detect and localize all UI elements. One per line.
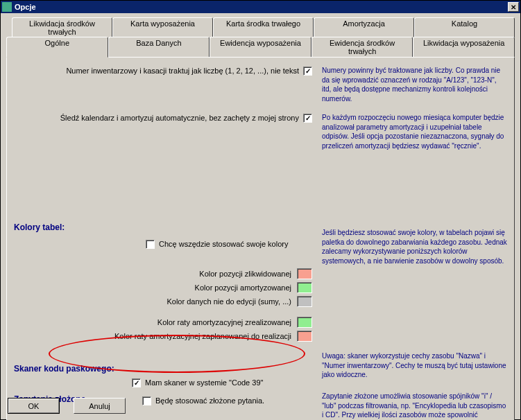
c1-swatch[interactable] xyxy=(297,268,312,279)
opt-kalendarz-checkbox[interactable] xyxy=(303,114,312,123)
tab-ogolne[interactable]: Ogólne xyxy=(6,37,108,58)
close-button[interactable]: ✕ xyxy=(508,2,519,12)
c2-swatch[interactable] xyxy=(297,282,312,293)
opt-numer-label: Numer inwentarzowy i kasacji traktuj jak… xyxy=(14,66,303,75)
tab-katalog[interactable]: Katalog xyxy=(414,17,515,37)
window-title: Opcje xyxy=(15,3,508,11)
cancel-button[interactable]: Anuluj xyxy=(74,398,126,414)
c3-label: Kolor danych nie do edycji (sumy, ...) xyxy=(166,297,297,306)
tab-karta-srodka[interactable]: Karta środka trwałego xyxy=(213,17,314,37)
section-skaner-title: Skaner kodu paskowego: xyxy=(14,364,312,374)
tab-baza-danych[interactable]: Baza Danych xyxy=(108,37,210,57)
opt-kalendarz-help: Po każdym rozpoczęciu nowego miesiąca ko… xyxy=(312,113,507,150)
tab-content: Numer inwentarzowy i kasacji traktuj jak… xyxy=(6,57,515,420)
c2-label: Kolor pozycji amortyzowanej xyxy=(195,283,297,292)
titlebar: Opcje ✕ xyxy=(1,1,520,13)
scanner-checkbox[interactable] xyxy=(132,378,141,387)
own-colors-label: Chcę wszędzie stosować swoje kolory xyxy=(159,240,288,248)
c4-label: Kolor raty amortyzacyjnej zrealizowanej xyxy=(157,318,297,326)
app-icon xyxy=(2,2,12,12)
tab-likwidacja-srodkow[interactable]: Likwidacja środków trwałych xyxy=(12,17,112,37)
tab-likwidacja-wyposazenia[interactable]: Likwidacja wyposażenia xyxy=(413,37,515,57)
tab-row-top: Likwidacja środków trwałych Karta wyposa… xyxy=(12,17,515,37)
opt-numer-help: Numery powinny być traktowane jak liczby… xyxy=(312,66,507,103)
kolory-help: Jeśli będziesz stosować swoje kolory, w … xyxy=(312,209,507,265)
zapytania-label: Będę stosować złożone pytania. xyxy=(155,396,264,405)
tab-amortyzacja[interactable]: Amortyzacja xyxy=(314,17,414,37)
scanner-help: Uwaga: skaner wykorzystuje cechy zasobu … xyxy=(312,350,507,380)
scanner-label: Mam skaner w systemie "Code 39" xyxy=(145,378,263,387)
c1-label: Kolor pozycji zlikwidowanej xyxy=(199,270,297,278)
c5-label: Kolor raty amortyzacyjnej zaplanowanej d… xyxy=(114,332,297,340)
c3-swatch[interactable] xyxy=(297,296,312,307)
tab-ewidencja-srodkow[interactable]: Ewidencja środków trwałych xyxy=(311,37,413,57)
zapytania-checkbox[interactable] xyxy=(142,396,151,405)
ok-button[interactable]: OK xyxy=(8,398,60,414)
zapytania-help: Zapytanie złożone umożliwia stosowanie s… xyxy=(312,392,507,420)
tab-karta-wyposazenia[interactable]: Karta wyposażenia xyxy=(112,17,213,37)
own-colors-checkbox[interactable] xyxy=(146,240,155,249)
tab-row-bottom: Ogólne Baza Danych Ewidencja wyposażenia… xyxy=(6,37,515,57)
section-kolory-title: Kolory tabel: xyxy=(14,222,312,232)
opt-numer-checkbox[interactable] xyxy=(303,67,312,76)
tab-ewidencja-wyposazenia[interactable]: Ewidencja wyposażenia xyxy=(210,37,311,57)
opt-kalendarz-label: Śledź kalendarz i amortyzuj automatyczni… xyxy=(14,113,303,122)
c4-swatch[interactable] xyxy=(297,317,312,328)
c5-swatch[interactable] xyxy=(297,331,312,342)
